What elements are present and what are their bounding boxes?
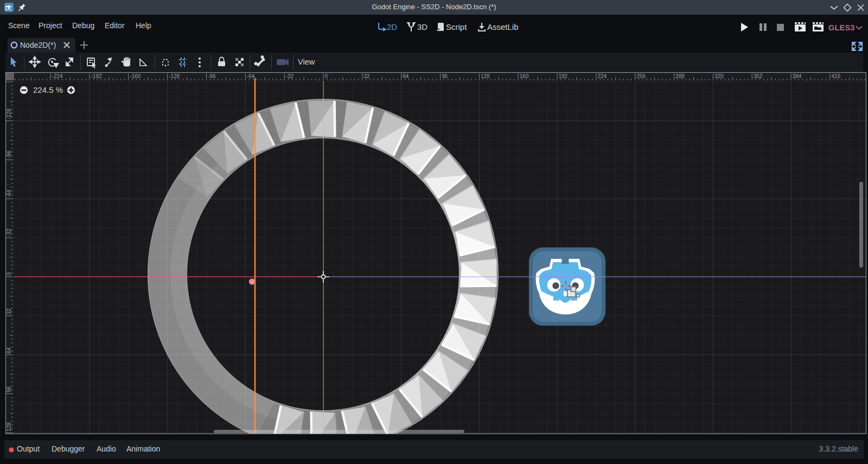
svg-text:-128: -128 [169,73,180,79]
svg-text:192: 192 [559,73,568,79]
svg-text:-32: -32 [286,73,294,79]
svg-text:96: 96 [442,73,448,79]
svg-text:64: 64 [403,73,409,79]
svg-text:288: 288 [675,73,685,79]
svg-text:2D: 2D [387,22,397,31]
svg-text:128: 128 [6,422,12,431]
svg-text:-32: -32 [6,228,12,237]
svg-text:-160: -160 [130,73,141,79]
svg-text:128: 128 [481,73,490,79]
svg-text:224: 224 [597,73,607,79]
svg-text:224.5 %: 224.5 % [33,85,63,94]
svg-text:-64: -64 [247,73,255,79]
svg-text:-192: -192 [91,73,102,79]
svg-text:384: 384 [793,73,802,79]
svg-text:160: 160 [520,73,529,79]
svg-text:416: 416 [831,73,840,79]
svg-text:AssetLib: AssetLib [487,22,519,31]
svg-text:Node2D(*): Node2D(*) [20,41,56,49]
svg-text:-128: -128 [6,109,12,119]
svg-text:-224: -224 [52,73,63,79]
svg-text:3D: 3D [417,22,427,31]
svg-text:GLES3: GLES3 [828,23,855,32]
svg-text:96: 96 [6,386,12,392]
svg-text:320: 320 [714,73,724,79]
svg-text:256: 256 [636,73,646,79]
svg-text:-96: -96 [208,73,216,79]
svg-text:0: 0 [6,272,12,276]
svg-text:352: 352 [754,73,763,79]
svg-text:Script: Script [446,22,467,31]
svg-text:32: 32 [363,73,370,79]
svg-text:64: 64 [6,347,12,354]
svg-text:-64: -64 [6,189,12,198]
svg-text:-96: -96 [6,150,12,158]
svg-text:0: 0 [325,73,328,79]
svg-text:View: View [298,58,315,66]
svg-text:32: 32 [6,308,12,315]
